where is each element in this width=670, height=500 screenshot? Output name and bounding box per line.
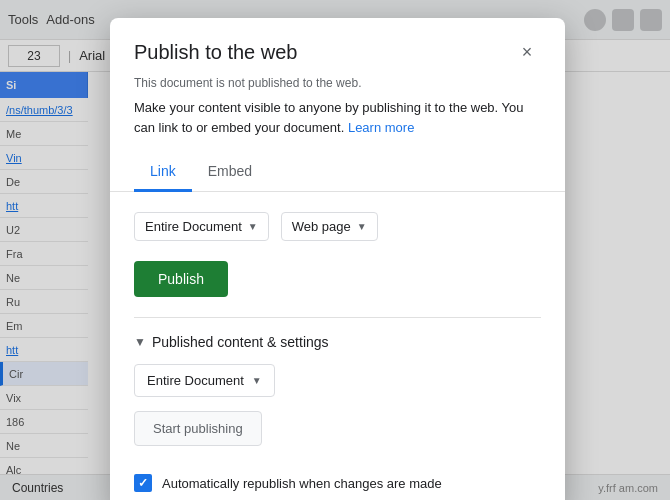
section-divider: [134, 317, 541, 318]
document-dropdown-arrow: ▼: [248, 221, 258, 232]
dialog-description: Make your content visible to anyone by p…: [110, 98, 565, 153]
section-document-dropdown-label: Entire Document: [147, 373, 244, 388]
close-button[interactable]: ×: [513, 38, 541, 66]
document-dropdown-label: Entire Document: [145, 219, 242, 234]
publish-dialog: Publish to the web × This document is no…: [110, 18, 565, 500]
start-publishing-button[interactable]: Start publishing: [134, 411, 262, 446]
learn-more-link[interactable]: Learn more: [348, 120, 414, 135]
section-document-dropdown[interactable]: Entire Document ▼: [134, 364, 275, 397]
auto-republish-label: Automatically republish when changes are…: [162, 476, 442, 491]
document-dropdown[interactable]: Entire Document ▼: [134, 212, 269, 241]
dialog-tabs: Link Embed: [110, 153, 565, 192]
dropdowns-row: Entire Document ▼ Web page ▼: [134, 212, 541, 241]
dialog-header: Publish to the web ×: [110, 18, 565, 76]
dialog-title: Publish to the web: [134, 41, 297, 64]
section-title: Published content & settings: [152, 334, 329, 350]
publish-button[interactable]: Publish: [134, 261, 228, 297]
checkbox-check-icon: ✓: [138, 476, 148, 490]
format-dropdown[interactable]: Web page ▼: [281, 212, 378, 241]
format-dropdown-arrow: ▼: [357, 221, 367, 232]
tab-embed[interactable]: Embed: [192, 153, 268, 192]
published-content-section-header[interactable]: ▼ Published content & settings: [134, 334, 541, 350]
tab-content: Entire Document ▼ Web page ▼ Publish ▼ P…: [110, 192, 565, 500]
section-arrow-icon: ▼: [134, 335, 146, 349]
format-dropdown-label: Web page: [292, 219, 351, 234]
section-document-dropdown-arrow: ▼: [252, 375, 262, 386]
auto-republish-checkbox[interactable]: ✓: [134, 474, 152, 492]
auto-republish-row: ✓ Automatically republish when changes a…: [134, 474, 541, 492]
dialog-subtitle: This document is not published to the we…: [110, 76, 565, 98]
start-publishing-wrapper: Start publishing: [134, 411, 541, 460]
tab-link[interactable]: Link: [134, 153, 192, 192]
